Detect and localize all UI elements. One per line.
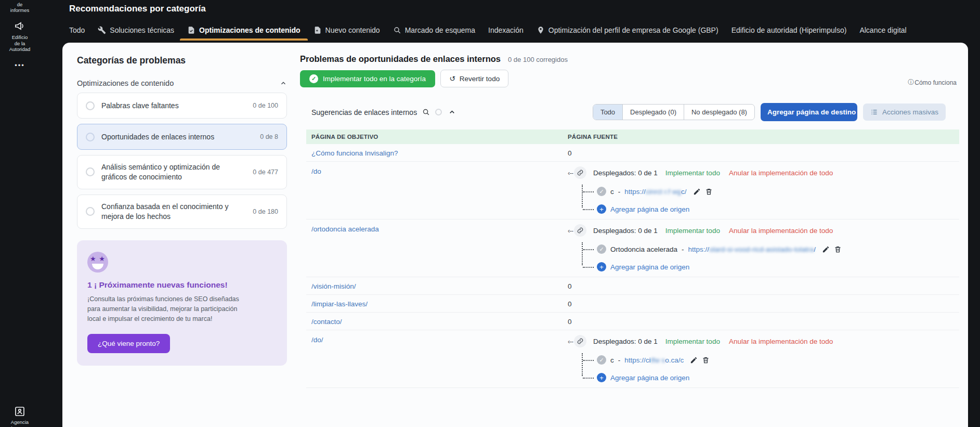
add-source-link[interactable]: Agregar página de origen (610, 205, 689, 213)
implement-all-link[interactable]: Implementar todo (665, 227, 720, 235)
edit-pencil-icon[interactable] (822, 245, 830, 253)
collapse-arrow-icon[interactable]: ‹-- (568, 227, 573, 235)
link-chain-icon[interactable] (574, 224, 586, 237)
add-source-link[interactable]: Agregar página de origen (610, 374, 689, 382)
collapse-arrow-icon[interactable]: ‹-- (568, 338, 573, 345)
table-row: /ortodoncia acelerada ‹-- Desplegados: 0… (306, 219, 959, 277)
edit-pencil-icon[interactable] (693, 188, 701, 196)
deployed-status: Desplegados: 0 de 1 (593, 227, 658, 235)
source-url-link[interactable]: https://citfw so.ca/c (624, 356, 684, 364)
target-page-link[interactable]: /contacto/ (311, 318, 342, 326)
trash-icon[interactable] (702, 356, 710, 364)
add-source-link[interactable]: Agregar página de origen (610, 263, 689, 271)
trash-icon[interactable] (834, 245, 842, 253)
undo-icon: ↺ (449, 74, 455, 83)
edit-pencil-icon[interactable] (690, 356, 698, 364)
table-row: /contacto/ 0 (306, 313, 959, 330)
upcoming-features-promo: ★ ★ 1 ¡ Próximamente nuevas funciones! ¡… (77, 240, 287, 366)
table-row: /do/ ‹-- Desplegados: 0 de 1 Implementar… (306, 330, 959, 388)
search-icon[interactable] (422, 108, 430, 116)
tab-indexacion[interactable]: Indexación (488, 26, 524, 34)
tab-soluciones-tecnicas[interactable]: Soluciones técnicas (98, 26, 174, 34)
target-page-link[interactable]: /do/ (311, 336, 323, 344)
plus-circle-icon[interactable]: + (597, 204, 606, 214)
category-item-confianza-conocimiento[interactable]: Confianza basada en el conocimiento y me… (77, 195, 287, 229)
add-target-page-button[interactable]: Agregar página de destino (761, 103, 857, 121)
category-count: 0 de 8 (260, 133, 278, 140)
undo-implementation-link[interactable]: Anular la implementación de todo (729, 227, 833, 235)
document-plus-icon (313, 26, 322, 34)
bulk-actions-icon (870, 108, 878, 116)
agencia-de-marca-icon (14, 405, 26, 418)
category-item-enlaces-internos[interactable]: Oportunidades de enlaces internos 0 de 8 (77, 124, 287, 150)
sidebar-item-report-generator[interactable]: Generador de informes (0, 0, 40, 14)
tab-marcado-de-esquema[interactable]: Marcado de esquema (393, 26, 475, 34)
category-item-palabras-clave[interactable]: Palabras clave faltantes 0 de 100 (77, 93, 287, 119)
target-page-link[interactable]: /ortodoncia acelerada (311, 225, 379, 233)
source-url-link[interactable]: https://cinrct r.f wgc/ (624, 188, 686, 196)
category-count: 0 de 100 (253, 102, 278, 109)
implement-all-category-button[interactable]: ✓ Implementar todo en la categoría (300, 70, 435, 87)
add-source-row: + Agregar página de origen (568, 372, 959, 383)
link-chain-icon[interactable] (574, 166, 586, 179)
sidebar-item-brand-agency[interactable]: Agencia de marca (0, 405, 40, 427)
tab-nuevo-contenido[interactable]: Nuevo contenido (313, 26, 380, 34)
radio-icon[interactable] (86, 207, 95, 216)
check-badge-icon: ✓ (597, 187, 606, 196)
info-icon: ⓘ (908, 78, 914, 87)
bulk-actions-button[interactable]: Acciones masivas (863, 103, 946, 121)
tab-optimizaciones-de-contenido[interactable]: Optimizaciones de contenido (187, 26, 300, 34)
implement-all-link[interactable]: Implementar todo (665, 169, 720, 177)
add-source-row: + Agregar página de origen (568, 204, 959, 214)
magnifier-icon (393, 26, 401, 34)
category-count: 0 de 180 (253, 208, 278, 215)
more-menu-button[interactable]: ••• (0, 61, 40, 69)
category-item-analisis-semantico[interactable]: Análisis semántico y optimización de grá… (77, 155, 287, 189)
promo-title: 1 ¡ Próximamente nuevas funciones! (87, 280, 277, 290)
revert-all-button[interactable]: ↺ Revertir todo (440, 70, 508, 87)
radio-icon[interactable] (86, 133, 95, 141)
filter-desplegado[interactable]: Desplegado (0) (622, 105, 684, 120)
report-generator-label: Generador de informes (0, 0, 40, 14)
how-it-works-link[interactable]: ⓘ Cómo funciona (908, 78, 957, 87)
undo-implementation-link[interactable]: Anular la implementación de todo (729, 169, 833, 177)
plus-circle-icon[interactable]: + (597, 373, 606, 382)
source-count: 0 (568, 299, 572, 308)
check-badge-icon: ✓ (597, 244, 606, 254)
issues-title: Problemas de oportunidades de enlaces in… (300, 54, 501, 64)
brand-agency-label: Agencia de marca (9, 419, 30, 427)
target-page-link[interactable]: /limpiar-las-llaves/ (311, 300, 368, 308)
table-row: /visión-misión/ 0 (306, 277, 959, 295)
suggestions-toolbar: Sugerencias de enlaces internos Todo Des… (311, 103, 959, 121)
source-page-item: ✓ c - https://citfw so.ca/c (568, 355, 959, 365)
category-group-toggle[interactable]: Optimizaciones de contenido (77, 79, 287, 87)
radio-icon[interactable] (86, 167, 95, 176)
target-page-link[interactable]: /visión-misión/ (311, 282, 356, 290)
link-chain-icon[interactable] (574, 335, 586, 347)
refresh-spinner-icon[interactable] (435, 109, 442, 115)
tab-edificio-de-autoridad[interactable]: Edificio de autoridad (Hiperimpulso) (731, 26, 847, 34)
wrench-icon (98, 26, 106, 34)
filter-todo[interactable]: Todo (593, 105, 622, 120)
target-page-link[interactable]: ¿Cómo funciona Invisalign? (311, 149, 398, 157)
radio-icon[interactable] (86, 101, 95, 110)
tab-optimizacion-gbp[interactable]: Optimización del perfil de empresa de Go… (537, 26, 718, 34)
source-count: 0 (568, 281, 572, 290)
check-badge-icon: ✓ (597, 355, 606, 365)
tab-alcance-digital[interactable]: Alcance digital (859, 26, 906, 34)
target-page-link[interactable]: /do (311, 167, 321, 175)
implement-all-link[interactable]: Implementar todo (665, 338, 720, 345)
collapse-chevron-up-icon[interactable] (448, 108, 456, 116)
filter-no-desplegado[interactable]: No desplegado (8) (684, 105, 754, 120)
sidebar-item-authority-building[interactable]: Edificio de la Autoridad (0, 20, 40, 53)
location-pin-icon (537, 26, 545, 34)
plus-circle-icon[interactable]: + (597, 262, 606, 271)
whats-coming-button[interactable]: ¿Qué viene pronto? (87, 334, 170, 353)
table-row: /do ‹-- Desplegados: 0 de 1 Implementar … (306, 162, 959, 219)
undo-implementation-link[interactable]: Anular la implementación de todo (729, 338, 833, 345)
tab-todo[interactable]: Todo (69, 26, 85, 34)
source-page-item: ✓ Ortodoncia acelerada - https://olard-s… (568, 244, 959, 254)
trash-icon[interactable] (705, 188, 713, 196)
collapse-arrow-icon[interactable]: ‹-- (568, 169, 573, 177)
source-url-link[interactable]: https://olard-si-vood-ricd-asistado-tola… (688, 245, 816, 253)
